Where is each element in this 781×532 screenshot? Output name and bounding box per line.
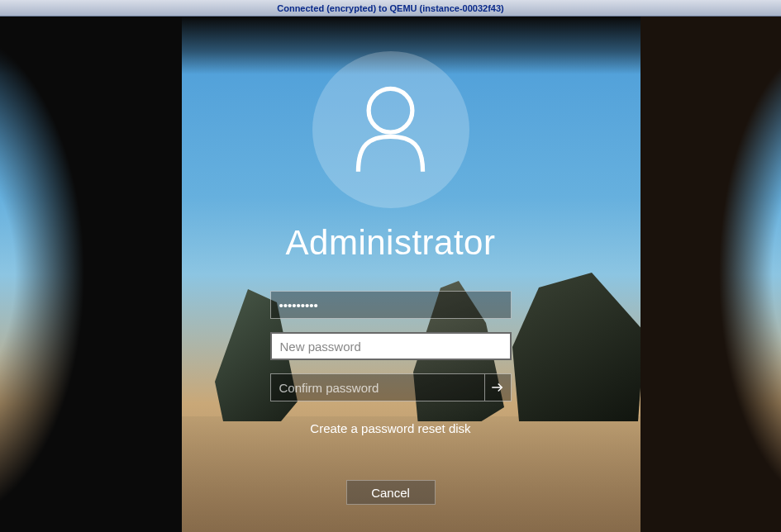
login-panel: Administrator Create a password reset di… bbox=[0, 17, 781, 532]
arrow-right-icon bbox=[490, 380, 505, 395]
vnc-status-bar: Connected (encrypted) to QEMU (instance-… bbox=[0, 0, 781, 17]
user-icon bbox=[351, 84, 430, 175]
new-password-input[interactable] bbox=[270, 332, 512, 360]
user-avatar bbox=[312, 51, 469, 208]
vnc-status-text: Connected (encrypted) to QEMU (instance-… bbox=[277, 3, 503, 13]
confirm-password-input[interactable] bbox=[270, 373, 485, 401]
login-screen: Administrator Create a password reset di… bbox=[0, 17, 781, 532]
cancel-button[interactable]: Cancel bbox=[346, 480, 436, 505]
svg-point-0 bbox=[369, 88, 412, 132]
submit-button[interactable] bbox=[485, 373, 512, 401]
password-reset-link[interactable]: Create a password reset disk bbox=[310, 421, 470, 435]
username-label: Administrator bbox=[286, 223, 496, 263]
current-password-input[interactable] bbox=[270, 291, 512, 319]
